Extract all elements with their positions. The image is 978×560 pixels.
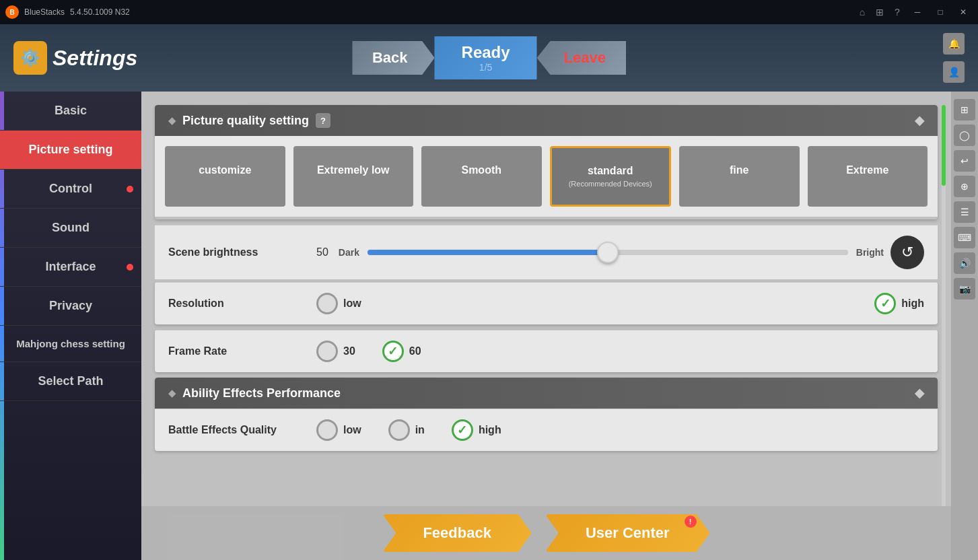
battle-effects-label: Battle Effects Quality	[168, 424, 316, 436]
right-icon-7[interactable]: 🔊	[954, 252, 975, 274]
sidebar-item-basic[interactable]: Basic	[0, 92, 141, 131]
framerate-60-check[interactable]	[382, 341, 404, 362]
sidebar-item-control[interactable]: Control	[0, 170, 141, 209]
ready-status: Ready 1/5	[435, 36, 537, 79]
brightness-slider[interactable]	[368, 250, 848, 255]
slider-thumb[interactable]	[597, 242, 619, 263]
quality-extremely-low[interactable]: Extremely low	[293, 146, 414, 207]
battle-high-check[interactable]	[452, 419, 473, 441]
logo-area: ⚙️ Settings	[13, 41, 137, 75]
dark-label: Dark	[339, 247, 359, 258]
battle-mid-check[interactable]	[388, 419, 410, 441]
quality-extreme[interactable]: Extreme	[808, 146, 928, 207]
help-icon[interactable]: ?	[890, 5, 904, 19]
battle-mid-label: in	[415, 424, 425, 436]
resolution-high-check[interactable]	[874, 293, 896, 314]
resolution-options: low high	[316, 293, 924, 314]
resolution-high-option[interactable]: high	[874, 293, 924, 314]
ability-effects-section: ◆ Ability Effects Performance ◆ Battle E…	[155, 378, 938, 451]
quality-standard[interactable]: standard (Recommended Devices)	[550, 146, 672, 207]
resolution-label: Resolution	[168, 298, 316, 310]
settings-logo: ⚙️	[13, 41, 47, 75]
reset-button[interactable]: ↺	[890, 236, 924, 269]
app-container: ⚙️ Settings Back Ready 1/5 Leave 🔔 👤 Bas…	[0, 24, 978, 560]
bright-label: Bright	[856, 247, 884, 258]
battle-high-label: high	[479, 424, 501, 436]
brightness-row: Scene brightness 50 Dark Bright ↺	[155, 225, 938, 279]
picture-quality-header: ◆ Picture quality setting ? ◆	[155, 105, 938, 136]
framerate-30-check[interactable]	[316, 341, 338, 362]
close-button[interactable]: ✕	[954, 5, 973, 19]
framerate-60-option[interactable]: 60	[382, 341, 421, 362]
app-logo: B	[5, 5, 19, 19]
app-version-num: 5.4.50.1009 N32	[70, 7, 130, 17]
right-icon-3[interactable]: ↩	[954, 150, 975, 172]
grid-icon[interactable]: ⊞	[873, 5, 886, 19]
battle-effects-row: Battle Effects Quality low in high	[155, 409, 938, 451]
right-panel: ⊞ ◯ ↩ ⊕ ☰ ⌨ 🔊 📷	[951, 92, 978, 560]
expand-icon: ◆	[915, 113, 924, 128]
sidebar-item-interface[interactable]: Interface	[0, 248, 141, 287]
brightness-label: Scene brightness	[168, 246, 316, 258]
quality-fine[interactable]: fine	[679, 146, 800, 207]
back-button[interactable]: Back	[352, 41, 435, 75]
battle-low-option[interactable]: low	[316, 419, 361, 441]
battle-high-option[interactable]: high	[452, 419, 501, 441]
ready-label: Ready	[462, 43, 510, 62]
scrollbar-track	[942, 105, 946, 547]
minimize-button[interactable]: ─	[908, 5, 927, 19]
scrollbar-thumb[interactable]	[942, 105, 946, 186]
sidebar-item-mahjong[interactable]: Mahjong chess setting	[0, 326, 141, 362]
app-title: Settings	[53, 46, 137, 71]
sidebar-item-privacy[interactable]: Privacy	[0, 287, 141, 326]
battle-effects-options: low in high	[316, 419, 924, 441]
sidebar: Basic Picture setting Control Sound Inte…	[0, 92, 141, 560]
framerate-30-option[interactable]: 30	[316, 341, 355, 362]
battle-low-check[interactable]	[316, 419, 338, 441]
framerate-30-label: 30	[343, 345, 355, 357]
resolution-low-check[interactable]	[316, 293, 338, 314]
bell-icon[interactable]: 🔔	[943, 33, 965, 55]
ability-expand-icon: ◆	[915, 386, 924, 400]
brightness-value: 50	[316, 246, 328, 258]
leave-button[interactable]: Leave	[537, 41, 626, 75]
ability-effects-title: Ability Effects Performance	[182, 386, 341, 400]
sidebar-item-selectpath[interactable]: Select Path	[0, 362, 141, 401]
right-icon-1[interactable]: ⊞	[954, 99, 975, 120]
content-area: Basic Picture setting Control Sound Inte…	[0, 92, 978, 560]
ready-sub: 1/5	[462, 62, 510, 73]
framerate-60-label: 60	[409, 345, 421, 357]
help-button[interactable]: ?	[316, 113, 330, 128]
user-icon[interactable]: 👤	[943, 61, 965, 83]
feedback-button[interactable]: Feedback	[382, 514, 532, 552]
resolution-row: Resolution low high	[155, 282, 938, 324]
home-icon[interactable]: ⌂	[855, 5, 869, 19]
recommended-label: (Recommended Devices)	[559, 180, 663, 188]
right-icon-8[interactable]: 📷	[954, 278, 975, 300]
right-icon-2[interactable]: ◯	[954, 125, 975, 146]
resolution-low-option[interactable]: low	[316, 293, 361, 314]
sidebar-item-picture[interactable]: Picture setting	[0, 131, 141, 170]
quality-options: customize Extremely low Smooth standard …	[155, 136, 938, 217]
nav-center: Back Ready 1/5 Leave	[352, 36, 626, 79]
quality-customize[interactable]: customize	[165, 146, 285, 207]
control-dot	[127, 186, 133, 193]
header-right-icons: 🔔 👤	[943, 31, 965, 85]
framerate-label: Frame Rate	[168, 345, 316, 357]
framerate-row: Frame Rate 30 60	[155, 330, 938, 372]
resolution-section: Resolution low high	[155, 282, 938, 324]
maximize-button[interactable]: □	[931, 5, 950, 19]
quality-buttons-group: customize Extremely low Smooth standard …	[165, 146, 928, 207]
right-icon-4[interactable]: ⊕	[954, 176, 975, 197]
picture-quality-section: ◆ Picture quality setting ? ◆ customize …	[155, 105, 938, 219]
right-icon-6[interactable]: ⌨	[954, 227, 975, 248]
battle-mid-option[interactable]: in	[388, 419, 425, 441]
quality-smooth[interactable]: Smooth	[421, 146, 542, 207]
right-icon-5[interactable]: ☰	[954, 201, 975, 223]
bottom-bar: Feedback User Center !	[141, 506, 951, 560]
diamond-icon-left: ◆	[168, 115, 176, 126]
notification-badge: !	[685, 516, 697, 528]
user-center-button[interactable]: User Center !	[545, 514, 710, 552]
sidebar-item-sound[interactable]: Sound	[0, 209, 141, 248]
titlebar-controls: ⌂ ⊞ ? ─ □ ✕	[855, 5, 973, 19]
